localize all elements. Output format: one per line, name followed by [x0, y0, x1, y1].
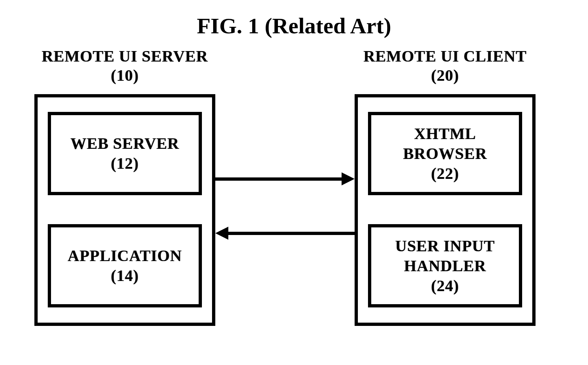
- server-box: WEB SERVER (12) APPLICATION (14): [34, 94, 215, 326]
- figure-title: FIG. 1 (Related Art): [0, 13, 588, 39]
- web-server-line1: WEB SERVER: [71, 135, 179, 152]
- handler-line2: HANDLER: [404, 257, 486, 275]
- web-server-box: WEB SERVER (12): [48, 112, 202, 195]
- client-label-line2: (20): [431, 67, 459, 84]
- handler-line3: (24): [431, 277, 459, 295]
- arrow-server-to-client: [215, 177, 344, 181]
- application-box: APPLICATION (14): [48, 224, 202, 307]
- arrow-left-head-icon: [215, 227, 228, 240]
- client-label: REMOTE UI CLIENT (20): [355, 47, 536, 85]
- server-label-line1: REMOTE UI SERVER: [42, 47, 208, 65]
- application-line2: (14): [111, 267, 139, 285]
- client-box: XHTML BROWSER (22) USER INPUT HANDLER (2…: [355, 94, 536, 326]
- browser-line2: BROWSER: [403, 145, 487, 163]
- client-label-line1: REMOTE UI CLIENT: [363, 47, 526, 65]
- application-line1: APPLICATION: [68, 247, 182, 265]
- xhtml-browser-box: XHTML BROWSER (22): [368, 112, 522, 195]
- server-label: REMOTE UI SERVER (10): [34, 47, 215, 85]
- handler-line1: USER INPUT: [395, 237, 495, 255]
- web-server-line2: (12): [111, 155, 139, 172]
- browser-line1: XHTML: [414, 125, 476, 143]
- user-input-handler-box: USER INPUT HANDLER (24): [368, 224, 522, 307]
- server-label-line2: (10): [111, 67, 139, 84]
- arrow-client-to-server: [226, 232, 355, 235]
- arrow-right-head-icon: [342, 172, 355, 185]
- browser-line3: (22): [431, 165, 459, 182]
